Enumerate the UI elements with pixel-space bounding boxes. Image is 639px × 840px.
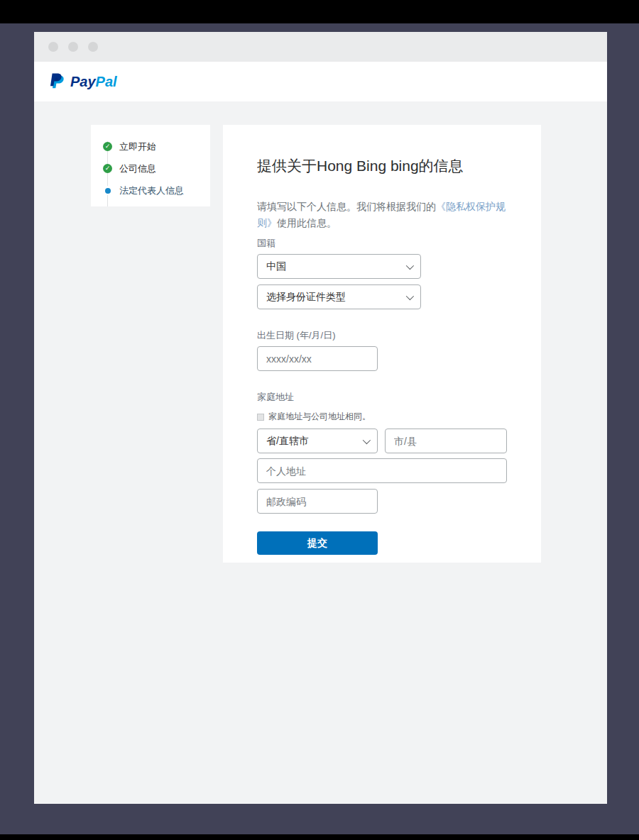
intro-text: 请填写以下个人信息。我们将根据我们的《隐私权保护规则》使用此信息。 (257, 199, 507, 231)
same-address-checkbox-row: 家庭地址与公司地址相同。 (257, 411, 507, 423)
id-type-select[interactable]: 选择身份证件类型 (257, 284, 421, 309)
chevron-down-icon (406, 292, 414, 299)
nationality-label: 国籍 (257, 237, 507, 250)
stepper: ✓ 立即开始 ✓ 公司信息 法定代表人信息 (103, 136, 210, 201)
app-header: PayPal (34, 62, 607, 101)
home-address-label: 家庭地址 (257, 391, 507, 404)
id-type-value: 选择身份证件类型 (266, 291, 346, 304)
window-control-dot-icon (68, 42, 78, 52)
dob-input[interactable] (257, 346, 378, 371)
window-titlebar (34, 32, 607, 62)
submit-button[interactable]: 提交 (257, 531, 378, 555)
page-content: ✓ 立即开始 ✓ 公司信息 法定代表人信息 提供关于Hong Bing bing… (34, 101, 607, 804)
nationality-select[interactable]: 中国 (257, 254, 421, 279)
browser-window: PayPal ✓ 立即开始 ✓ 公司信息 法定代表人信息 (34, 32, 607, 804)
sidebar-step-get-started[interactable]: ✓ 立即开始 (103, 136, 210, 158)
sidebar-step-company-info[interactable]: ✓ 公司信息 (103, 158, 210, 179)
window-control-dot-icon (48, 42, 58, 52)
sidebar-step-legal-rep-info[interactable]: 法定代表人信息 (103, 179, 210, 201)
form-panel: 提供关于Hong Bing bing的信息 请填写以下个人信息。我们将根据我们的… (223, 125, 541, 563)
paypal-logo: PayPal (48, 72, 117, 92)
logo-pal-text: Pal (96, 74, 117, 89)
postal-code-input[interactable] (257, 489, 378, 514)
paypal-monogram-icon (48, 72, 65, 92)
same-address-checkbox-label: 家庭地址与公司地址相同。 (268, 411, 371, 423)
blue-dot-icon (103, 186, 112, 195)
province-select[interactable]: 省/直辖市 (257, 429, 378, 453)
check-circle-icon: ✓ (103, 142, 112, 151)
check-circle-icon: ✓ (103, 164, 112, 173)
paypal-wordmark: PayPal (70, 74, 117, 90)
chevron-down-icon (406, 261, 414, 269)
province-city-row: 省/直辖市 (257, 429, 507, 453)
page-title: 提供关于Hong Bing bing的信息 (257, 156, 507, 176)
city-input[interactable] (385, 429, 507, 453)
province-value: 省/直辖市 (266, 435, 309, 448)
progress-sidebar: ✓ 立即开始 ✓ 公司信息 法定代表人信息 (91, 125, 210, 206)
step-label: 法定代表人信息 (119, 184, 184, 197)
bottom-bar (0, 834, 639, 840)
street-address-input[interactable] (257, 458, 507, 483)
logo-pay-text: Pay (70, 74, 96, 89)
step-label: 公司信息 (119, 162, 156, 175)
step-label: 立即开始 (119, 140, 156, 153)
chevron-down-icon (363, 436, 371, 443)
dob-label: 出生日期 (年/月/日) (257, 329, 507, 342)
same-address-checkbox[interactable] (257, 414, 264, 421)
window-control-dot-icon (88, 42, 98, 52)
nationality-value: 中国 (266, 260, 286, 273)
